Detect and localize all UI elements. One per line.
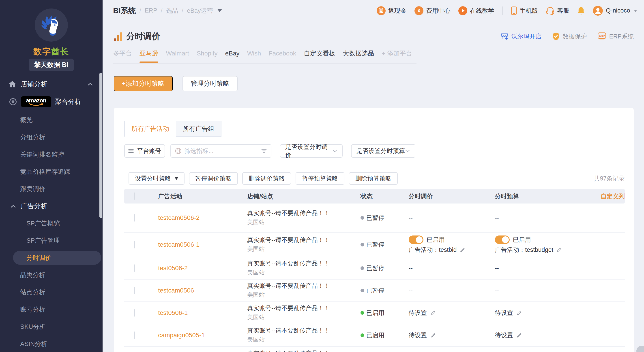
- status-dot-icon: [360, 266, 364, 270]
- platform-tab-8[interactable]: 大数据选品: [343, 49, 374, 58]
- sidebar-item-sp-ad-overview[interactable]: SP广告概览: [0, 215, 102, 232]
- campaign-name-link[interactable]: testcam0506: [158, 287, 194, 294]
- campaign-name-link[interactable]: test0506-1: [158, 309, 188, 316]
- site-name: 美国站: [247, 313, 360, 321]
- chevron-down-icon: [405, 149, 410, 153]
- platform-tab-0[interactable]: 多平台: [113, 49, 132, 58]
- platform-account-button[interactable]: 平台账号: [124, 144, 165, 158]
- tab-all-ad-groups[interactable]: 所有广告组: [176, 121, 222, 137]
- row-checkbox[interactable]: [134, 309, 135, 317]
- action-button-1[interactable]: 暂停调价策略: [189, 172, 238, 185]
- sidebar-item-overview[interactable]: 概览: [0, 111, 102, 129]
- sidebar-item-group-analysis[interactable]: 分组分析: [0, 129, 102, 146]
- row-checkbox[interactable]: [134, 264, 135, 272]
- status-dot-icon: [360, 311, 364, 315]
- sidebar-item-competitor-tracking[interactable]: 竞品价格库存追踪: [0, 163, 102, 180]
- data-protection-link[interactable]: 数据保护: [552, 32, 587, 41]
- edit-pencil-icon[interactable]: [556, 247, 562, 253]
- tab-all-campaigns[interactable]: 所有广告活动: [124, 121, 176, 137]
- budget-schedule-select[interactable]: 是否设置分时预算: [351, 144, 416, 158]
- breadcrumb-item-xuanpin[interactable]: 选品: [166, 7, 178, 15]
- custom-columns-link[interactable]: 自定义列: [600, 192, 625, 200]
- sidebar-item-sp-ad-management[interactable]: SP广告管理: [0, 232, 102, 249]
- header-bid-schedule: 分时调价: [409, 192, 495, 200]
- platform-tab-3[interactable]: Shopify: [196, 50, 218, 57]
- rebate-link[interactable]: 返 返现金: [377, 6, 406, 15]
- platform-tab-2[interactable]: Walmart: [166, 50, 189, 57]
- action-button-2[interactable]: 删除调价策略: [242, 172, 291, 185]
- sidebar-item-account-analysis[interactable]: 账号分析: [0, 301, 102, 318]
- sidebar-scrollbar-thumb[interactable]: [100, 73, 102, 218]
- breadcrumb-item-erp[interactable]: ERP: [145, 7, 158, 14]
- row-checkbox[interactable]: [134, 287, 135, 294]
- fee-center-link[interactable]: ¥ 费用中心: [414, 6, 450, 15]
- breadcrumb-caret-icon[interactable]: [218, 9, 222, 12]
- action-button-0[interactable]: 设置分时策略: [128, 172, 184, 185]
- campaign-name-link[interactable]: testcam0506-1: [158, 241, 200, 248]
- phone-icon: [511, 6, 517, 15]
- edit-pencil-icon[interactable]: [516, 310, 522, 316]
- campaign-name-link[interactable]: campaign0505-1: [158, 332, 205, 339]
- sidebar-item-category-analysis[interactable]: 品类分析: [0, 266, 102, 284]
- edit-pencil-icon[interactable]: [460, 247, 466, 253]
- mobile-version-link[interactable]: 手机版: [511, 6, 538, 15]
- not-set-dash: --: [409, 214, 413, 221]
- erp-system-link[interactable]: ERP ERP系统: [598, 32, 634, 40]
- edit-pencil-icon[interactable]: [516, 332, 522, 338]
- manage-strategy-button[interactable]: 管理分时策略: [182, 76, 238, 91]
- not-set-dash: --: [409, 287, 413, 294]
- sidebar-item-label: 站点分析: [20, 288, 45, 297]
- row-checkbox[interactable]: [134, 214, 135, 222]
- customer-service-link[interactable]: 客服: [546, 7, 569, 15]
- chevron-up-icon: [88, 83, 93, 86]
- sidebar-item-asin-analysis[interactable]: ASIN分析: [0, 335, 102, 352]
- home-icon: [8, 80, 16, 88]
- user-menu[interactable]: Q-nicoco: [593, 6, 637, 16]
- rebate-icon: 返: [377, 6, 386, 15]
- breadcrumb-item-ebay-ops[interactable]: eBay运营: [187, 7, 213, 15]
- sidebar-item-ad-analysis[interactable]: 广告分析: [0, 197, 102, 215]
- funnel-lines-icon[interactable]: [261, 148, 267, 154]
- action-button-4[interactable]: 删除预算策略: [349, 172, 398, 185]
- budget-schedule-cell: --: [495, 214, 589, 221]
- add-strategy-button[interactable]: +添加分时策略: [114, 76, 173, 91]
- breadcrumb-root[interactable]: BI系统: [113, 5, 136, 16]
- platform-tab-6[interactable]: Facebook: [269, 50, 296, 57]
- online-tutorial-link[interactable]: 在线教学: [458, 6, 494, 15]
- edit-pencil-icon[interactable]: [430, 332, 436, 338]
- sidebar-item-store-analysis[interactable]: 店铺分析: [0, 76, 102, 92]
- strategy-name: 广告活动：testbid: [409, 246, 457, 254]
- edit-pencil-icon[interactable]: [430, 310, 436, 316]
- sidebar-item-label: 关键词排名监控: [20, 150, 64, 159]
- strategy-toggle-on[interactable]: [409, 235, 424, 244]
- platform-tab-9[interactable]: + 添加平台: [382, 49, 412, 58]
- platform-tab-5[interactable]: Wish: [247, 50, 261, 57]
- strategy-toggle-on[interactable]: [495, 235, 510, 244]
- bid-schedule-cell: 待设置: [409, 331, 495, 339]
- sidebar-item-sku-analysis[interactable]: SKU分析: [0, 318, 102, 335]
- campaign-name-link[interactable]: test0506-2: [158, 265, 188, 272]
- select-all-checkbox[interactable]: [134, 192, 135, 200]
- sidebar-item-follow-sell-repricing[interactable]: 跟卖调价: [0, 180, 102, 197]
- bid-schedule-select[interactable]: 是否设置分时调价: [280, 144, 342, 158]
- campaign-name-link[interactable]: testcam0506-2: [158, 214, 200, 221]
- sidebar-item-site-analysis[interactable]: 站点分析: [0, 284, 102, 301]
- sidebar-item-time-based-repricing[interactable]: 分时调价: [0, 249, 102, 266]
- topbar-right: 返 返现金 ¥ 费用中心 在线教学 手机版: [377, 6, 637, 16]
- sidebar-item-keyword-rank-monitor[interactable]: 关键词排名监控: [0, 146, 102, 163]
- table-row: campaign0505-1 真实账号--请不要乱传产品！！美国站 已启用 待设…: [124, 324, 625, 347]
- shield-check-icon: [552, 32, 560, 41]
- action-button-3[interactable]: 暂停预算策略: [296, 172, 344, 185]
- row-checkbox[interactable]: [134, 332, 135, 339]
- platform-tab-7[interactable]: 自定义看板: [304, 49, 335, 58]
- sidebar-item-label: 聚合分析: [55, 97, 81, 106]
- metric-filter-field[interactable]: [184, 148, 258, 155]
- walmart-open-store-link[interactable]: 沃尔玛开店: [500, 32, 542, 40]
- row-checkbox[interactable]: [134, 241, 135, 248]
- platform-tab-4[interactable]: eBay: [225, 50, 240, 57]
- metric-filter-input[interactable]: [170, 144, 272, 158]
- notifications-bell[interactable]: [577, 6, 585, 15]
- platform-tab-1[interactable]: 亚马逊: [140, 49, 158, 58]
- erp-monitor-icon: ERP: [598, 32, 606, 40]
- sidebar-item-aggregate-analysis[interactable]: amazon聚合分析: [0, 92, 102, 111]
